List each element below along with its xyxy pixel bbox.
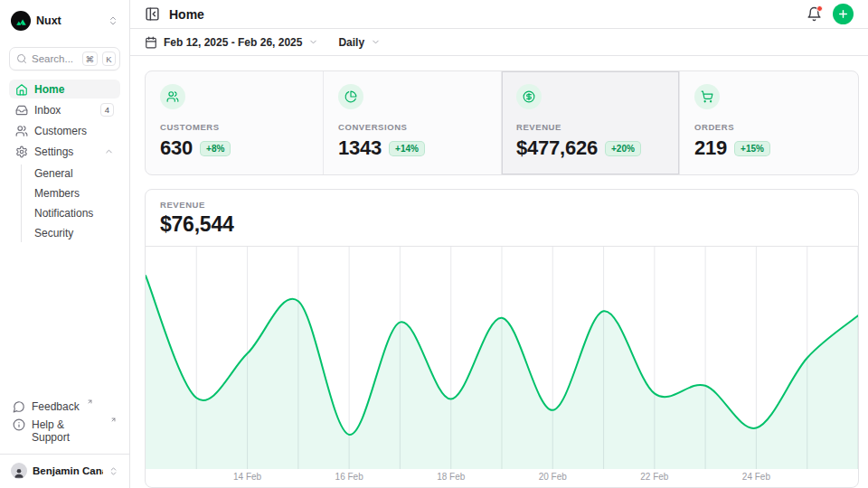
info-icon <box>13 418 25 431</box>
external-link-icon <box>87 399 93 405</box>
top-header: Home <box>130 0 868 29</box>
nuxt-logo-icon <box>11 11 31 31</box>
inbox-icon <box>15 104 28 117</box>
feedback-label: Feedback <box>32 400 80 413</box>
chart-metric-label: REVENUE <box>160 200 844 210</box>
delta-badge: +20% <box>605 141 641 156</box>
stat-label: CONVERSIONS <box>338 122 486 132</box>
sidebar-item-label: Home <box>34 83 114 96</box>
revenue-chart-svg <box>146 247 858 469</box>
sidebar-item-customers[interactable]: Customers <box>9 121 120 140</box>
shopping-cart-icon <box>694 84 720 109</box>
kbd-k: K <box>102 52 116 66</box>
stat-label: ORDERS <box>694 122 844 132</box>
period-label: Daily <box>338 36 364 49</box>
sidebar-item-home[interactable]: Home <box>9 80 120 99</box>
date-range-label: Feb 12, 2025 - Feb 26, 2025 <box>164 36 302 49</box>
plus-icon <box>837 8 849 20</box>
sidebar-item-label: Settings <box>34 145 98 158</box>
sidebar: Nuxt ⌘ K Home Inb <box>0 0 130 488</box>
date-range-picker[interactable]: Feb 12, 2025 - Feb 26, 2025 <box>145 36 318 49</box>
chart-header: REVENUE $76,544 <box>146 190 858 247</box>
chevrons-up-down-icon[interactable] <box>108 15 118 26</box>
users-icon <box>160 84 185 109</box>
add-button[interactable] <box>833 4 854 24</box>
home-icon <box>15 83 28 96</box>
header-actions <box>807 4 854 24</box>
x-axis-tick: 14 Feb <box>233 472 261 482</box>
help-support-label: Help & Support <box>32 418 103 444</box>
collapse-sidebar-button[interactable] <box>145 6 160 22</box>
workspace-name: Nuxt <box>36 14 102 27</box>
notifications-button[interactable] <box>807 6 822 22</box>
stat-value: 1343 <box>338 136 382 160</box>
search-icon <box>16 53 27 64</box>
search-field[interactable] <box>32 53 78 64</box>
filter-toolbar: Feb 12, 2025 - Feb 26, 2025 Daily <box>130 29 868 56</box>
stat-label: CUSTOMERS <box>160 122 308 132</box>
sidebar-item-members[interactable]: Members <box>31 184 120 202</box>
sidebar-item-inbox[interactable]: Inbox 4 <box>9 100 120 119</box>
users-icon <box>15 125 28 137</box>
user-menu[interactable]: Benjamin Canac <box>9 455 120 479</box>
chevron-up-icon <box>104 146 114 156</box>
stat-card-orders[interactable]: ORDERS 219 +15% <box>680 71 858 174</box>
chevron-down-icon <box>308 37 318 47</box>
page-title: Home <box>169 7 204 22</box>
kbd-cmd: ⌘ <box>82 52 99 66</box>
settings-sub-list: General Members Notifications Security <box>21 164 120 242</box>
help-support-link[interactable]: Help & Support <box>9 416 120 446</box>
delta-badge: +14% <box>389 141 425 156</box>
sidebar-item-general[interactable]: General <box>31 164 120 183</box>
revenue-area-chart <box>146 247 858 469</box>
stat-card-customers[interactable]: CUSTOMERS 630 +8% <box>146 71 324 174</box>
sidebar-item-security[interactable]: Security <box>31 224 120 242</box>
stats-row: CUSTOMERS 630 +8% CONVERSIONS 1343 +14% <box>145 70 859 175</box>
stat-label: REVENUE <box>516 122 665 132</box>
message-circle-icon <box>13 400 25 413</box>
search-input[interactable]: ⌘ K <box>9 47 120 70</box>
x-axis-labels: 14 Feb16 Feb18 Feb20 Feb22 Feb24 Feb <box>146 469 858 487</box>
sidebar-nav: Home Inbox 4 Customers Settings <box>9 80 120 242</box>
app-window: Nuxt ⌘ K Home Inb <box>0 0 868 488</box>
x-axis-tick: 20 Feb <box>539 472 567 482</box>
x-axis-tick: 24 Feb <box>742 472 770 482</box>
sidebar-item-label: Inbox <box>34 104 94 117</box>
dashboard-content: CUSTOMERS 630 +8% CONVERSIONS 1343 +14% <box>130 56 868 488</box>
stat-card-revenue[interactable]: REVENUE $477,626 +20% <box>502 71 680 174</box>
chart-metric-value: $76,544 <box>160 212 844 237</box>
x-axis-tick: 22 Feb <box>640 472 668 482</box>
user-name: Benjamin Canac <box>33 465 103 476</box>
pie-chart-icon <box>338 84 363 109</box>
stat-value: 630 <box>160 136 193 160</box>
stat-value: 219 <box>694 136 727 160</box>
chevrons-up-down-icon <box>108 466 118 476</box>
x-axis-tick: 18 Feb <box>437 472 465 482</box>
sidebar-item-settings[interactable]: Settings <box>9 142 120 161</box>
calendar-icon <box>145 36 157 49</box>
sidebar-item-label: Customers <box>34 125 114 137</box>
stat-card-conversions[interactable]: CONVERSIONS 1343 +14% <box>324 71 502 174</box>
delta-badge: +8% <box>200 141 231 156</box>
gear-icon <box>15 145 28 158</box>
chevron-down-icon <box>371 37 381 47</box>
inbox-count-badge: 4 <box>100 103 114 117</box>
circle-dollar-icon <box>516 84 542 109</box>
workspace-selector[interactable]: Nuxt <box>9 7 120 34</box>
stat-value: $477,626 <box>516 136 598 160</box>
feedback-link[interactable]: Feedback <box>9 398 120 416</box>
sidebar-item-notifications[interactable]: Notifications <box>31 204 120 222</box>
sidebar-spacer <box>9 242 120 398</box>
avatar <box>11 463 27 479</box>
revenue-chart-card: REVENUE $76,544 14 Feb16 Feb18 Feb20 Feb… <box>145 189 859 488</box>
x-axis-tick: 16 Feb <box>335 472 363 482</box>
delta-badge: +15% <box>734 141 770 156</box>
external-link-icon <box>110 417 117 423</box>
main-area: Home Feb 12, 2025 - Feb 26, 2025 <box>130 0 868 488</box>
period-select[interactable]: Daily <box>338 36 381 49</box>
